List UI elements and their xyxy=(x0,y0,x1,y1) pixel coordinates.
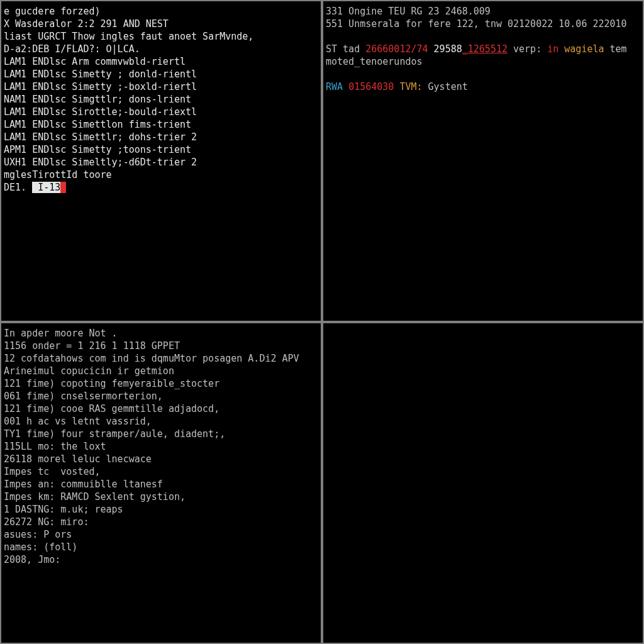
terminal-pane-top-left[interactable]: e gucdere forzed)X Wasderalor 2:2 291 AN… xyxy=(1,1,321,321)
text-segment: TVM: xyxy=(399,81,422,92)
text-segment: 01564030 xyxy=(348,81,399,92)
terminal-line: e gucdere forzed) xyxy=(4,5,318,18)
text-segment: wagiela xyxy=(558,43,609,55)
terminal-line: Arineimul copucicin ir getmion xyxy=(4,365,318,377)
terminal-pane-bottom-right[interactable] xyxy=(323,323,643,643)
text-segment: ST tad xyxy=(326,43,365,55)
text-segment: 26272 NG: miro: xyxy=(4,516,89,528)
terminal-line: LAM1 ENDlsc Arm commvwbld-riertl xyxy=(4,55,318,68)
text-segment: LAM1 ENDlsc Arm commvwbld-riertl xyxy=(4,56,186,67)
terminal-line: D-a2:DEB I/FLAD?: O|LCA. xyxy=(4,43,318,55)
text-segment: I-13 xyxy=(32,182,60,193)
text-segment: asues: P ors xyxy=(4,529,72,540)
text-segment: names: (foll) xyxy=(4,541,77,553)
terminal-line xyxy=(326,30,640,43)
terminal-line: 26272 NG: miro: xyxy=(4,516,318,528)
text-segment: liast UGRCT Thow ingles faut anoet SarMv… xyxy=(4,31,253,42)
text-segment: 1156 onder = 1 216 1 1118 GPPET xyxy=(4,340,180,352)
text-segment: LAM1 ENDlsc Simettlon fims-trient xyxy=(4,119,191,130)
terminal-line: 115LL mo: the loxt xyxy=(4,440,318,453)
terminal-line: Impes km: RAMCD Sexlent gystion, xyxy=(4,491,318,503)
text-segment: Impes tc vosted, xyxy=(4,466,101,477)
terminal-line: 1 DASTNG: m.uk; reaps xyxy=(4,503,318,516)
terminal-pane-top-right[interactable]: 331 Ongine TEU RG 23 2468.009551 Unmsera… xyxy=(323,1,643,321)
terminal-line: LAM1 ENDlsc Simetty ; donld-rientl xyxy=(4,68,318,80)
text-segment: LAM1 ENDlsc Sirottle;-bould-riextl xyxy=(4,106,197,118)
text-segment: UXH1 ENDlsc Simeltly;-d6Dt-trier 2 xyxy=(4,157,197,168)
text-segment: 26118 morel leluc lnecwace xyxy=(4,453,152,465)
terminal-line: RWA 01564030 TVM: Gystent xyxy=(326,80,640,93)
text-segment: _tenoerundos xyxy=(354,56,422,67)
text-segment: LAM1 ENDlsc Simetty ; donld-rientl xyxy=(4,69,197,80)
terminal-line: 121 fime) copoting femyeraible_stocter xyxy=(4,377,318,390)
text-segment: 331 Ongine TEU RG 23 2468.009 xyxy=(326,6,491,17)
text-segment: mglesTirottId toore xyxy=(4,169,112,180)
terminal-line: 26118 morel leluc lnecwace xyxy=(4,453,318,465)
text-segment: Impes km: RAMCD Sexlent gystion, xyxy=(4,491,186,502)
text-segment: 121 fime) cooe RAS gemmtille adjadocd, xyxy=(4,403,219,414)
text-segment: 121 fime) copoting femyeraible_stocter xyxy=(4,378,219,389)
text-segment: 1 DASTNG: m.uk; reaps xyxy=(4,504,123,515)
terminal-line: LAM1 ENDlsc Simettlon fims-trient xyxy=(4,118,318,131)
text-segment xyxy=(60,182,66,193)
text-segment: 001 h ac vs letnt vassrid, xyxy=(4,416,152,427)
text-segment: 061 fime) cnselsermorterion, xyxy=(4,391,163,402)
text-segment: 115LL mo: the loxt xyxy=(4,441,106,452)
text-segment: Impes an: commuiblle ltanesf xyxy=(4,479,163,490)
text-segment: LAM1 ENDlsc Simetty ;-boxld-riertl xyxy=(4,81,197,92)
text-segment: RWA xyxy=(326,81,348,92)
terminal-line: 061 fime) cnselsermorterion, xyxy=(4,390,318,402)
terminal-line: 121 fime) cooe RAS gemmtille adjadocd, xyxy=(4,402,318,415)
terminal-line: Impes an: commuiblle ltanesf xyxy=(4,478,318,491)
text-segment: 2008, Jmo: xyxy=(4,554,60,565)
terminal-line: 2008, Jmo: xyxy=(4,553,318,566)
terminal-line: names: (foll) xyxy=(4,541,318,553)
text-segment: X Wasderalor 2:2 291 AND NEST xyxy=(4,18,169,30)
text-segment: _1265512 xyxy=(462,43,508,55)
terminal-line: ST tad 26660012/74 29588_1265512 verp: i… xyxy=(326,43,640,55)
terminal-line xyxy=(326,68,640,80)
terminal-line: 12 cofdatahows com ind is dqmuMtor posag… xyxy=(4,352,318,365)
terminal-line: moted_tenoerundos xyxy=(326,55,640,68)
text-segment: DE1. xyxy=(4,182,32,193)
text-segment: Gystent xyxy=(423,81,468,92)
terminal-line: liast UGRCT Thow ingles faut anoet SarMv… xyxy=(4,30,318,43)
terminal-line: mglesTirottId toore xyxy=(4,169,318,181)
text-segment: D-a2:DEB I/FLAD?: O|LCA. xyxy=(4,43,140,55)
terminal-line: 001 h ac vs letnt vassrid, xyxy=(4,415,318,428)
text-segment: Arineimul copucicin ir getmion xyxy=(4,365,174,377)
text-segment: NAM1 ENDlsc Simgttlr; dons-lrient xyxy=(4,94,191,105)
text-segment: In apder moore Not . xyxy=(4,328,118,339)
text-segment: verp: xyxy=(508,43,547,55)
terminal-line: APM1 ENDlsc Simetty ;toons-trient xyxy=(4,143,318,156)
terminal-line: asues: P ors xyxy=(4,528,318,541)
terminal-line: LAM1 ENDlsc Simettlr; dohs-trier 2 xyxy=(4,131,318,143)
text-segment: in xyxy=(547,43,558,55)
text-segment: 26660012/74 xyxy=(365,43,428,55)
text-segment: 551 Unmserala for fere 122, tnw 02120022… xyxy=(326,18,627,30)
terminal-line: LAM1 ENDlsc Simetty ;-boxld-riertl xyxy=(4,80,318,93)
text-segment: APM1 ENDlsc Simetty ;toons-trient xyxy=(4,144,191,155)
terminal-pane-bottom-left[interactable]: In apder moore Not .1156 onder = 1 216 1… xyxy=(1,323,321,643)
terminal-line: LAM1 ENDlsc Sirottle;-bould-riextl xyxy=(4,106,318,118)
terminal-line: X Wasderalor 2:2 291 AND NEST xyxy=(4,18,318,30)
terminal-line: NAM1 ENDlsc Simgttlr; dons-lrient xyxy=(4,93,318,106)
text-segment: LAM1 ENDlsc Simettlr; dohs-trier 2 xyxy=(4,131,197,143)
terminal-multiplexer: e gucdere forzed)X Wasderalor 2:2 291 AN… xyxy=(0,0,644,644)
terminal-line: UXH1 ENDlsc Simeltly;-d6Dt-trier 2 xyxy=(4,156,318,169)
terminal-line: In apder moore Not . xyxy=(4,327,318,340)
terminal-line: Impes tc vosted, xyxy=(4,465,318,478)
terminal-line: 331 Ongine TEU RG 23 2468.009 xyxy=(326,5,640,18)
terminal-line: TY1 fime) four stramper/aule, diadent;, xyxy=(4,428,318,440)
text-segment: e gucdere forzed) xyxy=(4,6,101,17)
text-segment: 12 cofdatahows com ind is dqmuMtor posag… xyxy=(4,353,299,364)
text-segment: moted xyxy=(326,56,354,67)
text-segment: tem xyxy=(610,43,627,55)
terminal-line: DE1. I-13 xyxy=(4,181,318,194)
text-segment: TY1 fime) four stramper/aule, diadent;, xyxy=(4,428,225,440)
terminal-line: 551 Unmserala for fere 122, tnw 02120022… xyxy=(326,18,640,30)
text-segment: 29588 xyxy=(428,43,462,55)
terminal-line: 1156 onder = 1 216 1 1118 GPPET xyxy=(4,340,318,352)
